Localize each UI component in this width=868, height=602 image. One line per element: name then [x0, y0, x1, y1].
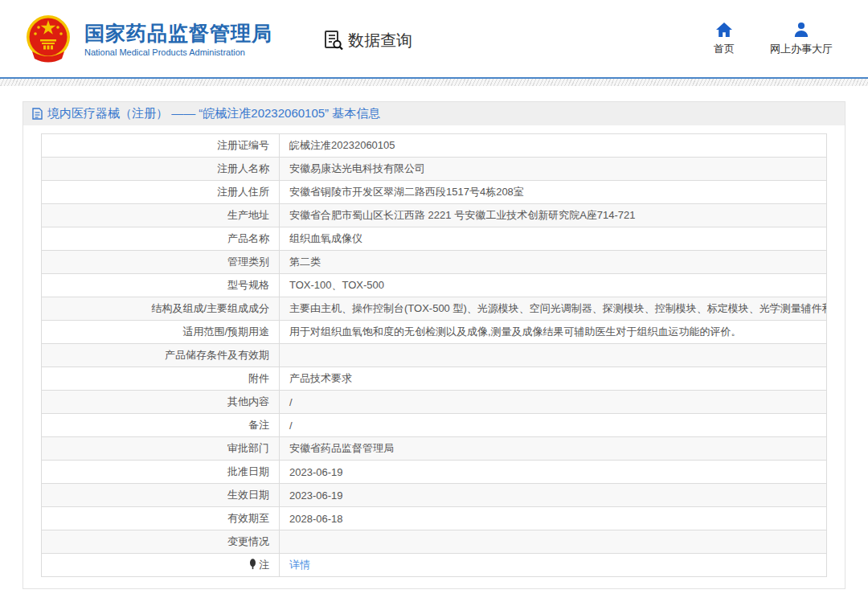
row-value-text: 2028-06-18: [289, 513, 343, 525]
nav-item-home[interactable]: 首页: [714, 22, 735, 56]
row-label: 注册人住所: [42, 181, 280, 204]
row-value: 产品技术要求: [280, 367, 827, 391]
row-label: 管理类别: [42, 251, 280, 274]
row-label-text: 适用范围/预期用途: [182, 326, 269, 338]
table-row: 附件产品技术要求: [42, 367, 827, 391]
table-row: 注详情: [42, 554, 827, 577]
row-label-text: 产品名称: [227, 232, 269, 244]
row-label: 注册证编号: [42, 134, 280, 158]
table-row: 生效日期2023-06-19: [42, 484, 827, 507]
row-value: 第二类: [280, 251, 827, 274]
row-label: 批准日期: [42, 461, 280, 484]
row-value: /: [280, 414, 827, 437]
row-label-text: 批准日期: [227, 465, 269, 477]
page-icon: [32, 108, 43, 120]
row-value: 安徽省药品监督管理局: [280, 437, 827, 461]
row-value-text: 主要由主机、操作控制台(TOX-500 型)、光源模块、空间光调制器、探测模块、…: [289, 302, 827, 314]
row-label-text: 审批部门: [227, 442, 269, 454]
row-value: 2023-06-19: [280, 484, 827, 507]
row-label: 其他内容: [42, 391, 280, 414]
table-row: 型号规格TOX-100、TOX-500: [42, 274, 827, 297]
row-label-text: 结构及组成/主要组成成分: [151, 302, 269, 314]
data-query-section: 数据查询: [322, 29, 412, 51]
nav-label-home: 首页: [714, 42, 735, 56]
row-value-text: 安徽省铜陵市开发区翠湖二路西段1517号4栋208室: [289, 186, 524, 198]
row-label: 产品储存条件及有效期: [42, 344, 280, 367]
top-nav: 首页 网上办事大厅: [714, 22, 833, 56]
row-value: [280, 344, 827, 367]
row-value: [280, 530, 827, 554]
page-header: 国家药品监督管理局 National Medical Products Admi…: [0, 0, 868, 77]
note-icon: [249, 559, 256, 570]
nav-item-service-hall[interactable]: 网上办事大厅: [770, 22, 833, 56]
page-title: 境内医疗器械（注册） —— “皖械注准20232060105” 基本信息: [47, 106, 380, 121]
table-row: 生产地址安徽省合肥市蜀山区长江西路 2221 号安徽工业技术创新研究院A座714…: [42, 204, 827, 227]
table-row: 适用范围/预期用途用于对组织血氧饱和度的无创检测以及成像,测量及成像结果可辅助医…: [42, 321, 827, 344]
header-hatch-band: [0, 79, 868, 86]
detail-link[interactable]: 详情: [289, 559, 310, 571]
row-label: 生效日期: [42, 484, 280, 507]
table-row: 有效期至2028-06-18: [42, 507, 827, 530]
row-label: 附件: [42, 367, 280, 391]
row-label-text: 变更情况: [227, 535, 269, 547]
table-row: 注册证编号皖械注准20232060105: [42, 134, 827, 158]
row-value-text: 产品技术要求: [289, 372, 352, 384]
row-value: 安徽易康达光电科技有限公司: [280, 158, 827, 181]
row-value: /: [280, 391, 827, 414]
table-row: 产品储存条件及有效期: [42, 344, 827, 367]
row-value: 详情: [280, 554, 827, 577]
nmpa-brand: 国家药品监督管理局 National Medical Products Admi…: [23, 13, 272, 64]
nav-label-service-hall: 网上办事大厅: [770, 42, 833, 56]
home-icon: [715, 22, 733, 38]
row-value: 组织血氧成像仪: [280, 227, 827, 251]
row-value-text: 用于对组织血氧饱和度的无创检测以及成像,测量及成像结果可辅助医生对于组织血运功能…: [289, 326, 742, 338]
table-row: 结构及组成/主要组成成分主要由主机、操作控制台(TOX-500 型)、光源模块、…: [42, 297, 827, 321]
row-value-text: 皖械注准20232060105: [289, 139, 395, 151]
row-label: 变更情况: [42, 530, 280, 554]
row-label-text: 产品储存条件及有效期: [165, 349, 269, 361]
row-value-text: 安徽省药品监督管理局: [289, 442, 394, 454]
row-value-text: 安徽易康达光电科技有限公司: [289, 162, 425, 174]
table-row: 注册人住所安徽省铜陵市开发区翠湖二路西段1517号4栋208室: [42, 181, 827, 204]
row-label-text: 其他内容: [227, 395, 269, 407]
row-label: 审批部门: [42, 437, 280, 461]
result-panel: 境内医疗器械（注册） —— “皖械注准20232060105” 基本信息 注册证…: [23, 101, 845, 589]
row-value-text: 安徽省合肥市蜀山区长江西路 2221 号安徽工业技术创新研究院A座714-721: [289, 209, 636, 221]
row-value: 2028-06-18: [280, 507, 827, 530]
user-icon: [792, 22, 810, 38]
row-label-text: 注册人名称: [217, 162, 269, 174]
row-value: 主要由主机、操作控制台(TOX-500 型)、光源模块、空间光调制器、探测模块、…: [280, 297, 827, 321]
row-label-text: 注册人住所: [217, 186, 269, 198]
row-label-text: 型号规格: [227, 279, 269, 291]
brand-text: 国家药品监督管理局 National Medical Products Admi…: [84, 21, 272, 57]
row-label: 结构及组成/主要组成成分: [42, 297, 280, 321]
row-label-text: 附件: [248, 372, 269, 384]
table-row: 管理类别第二类: [42, 251, 827, 274]
row-value: 安徽省合肥市蜀山区长江西路 2221 号安徽工业技术创新研究院A座714-721: [280, 204, 827, 227]
national-emblem-logo: [23, 13, 74, 64]
row-value-text: /: [289, 420, 293, 432]
row-label-text: 管理类别: [227, 256, 269, 268]
table-row: 产品名称组织血氧成像仪: [42, 227, 827, 251]
row-label: 型号规格: [42, 274, 280, 297]
row-value: TOX-100、TOX-500: [280, 274, 827, 297]
row-value: 用于对组织血氧饱和度的无创检测以及成像,测量及成像结果可辅助医生对于组织血运功能…: [280, 321, 827, 344]
row-value-text: 组织血氧成像仪: [289, 232, 362, 244]
row-label-text: 注册证编号: [217, 139, 269, 151]
table-wrap: 注册证编号皖械注准20232060105注册人名称安徽易康达光电科技有限公司注册…: [23, 125, 845, 588]
document-search-icon: [322, 29, 345, 51]
row-label: 注册人名称: [42, 158, 280, 181]
org-name-en: National Medical Products Administration: [84, 47, 272, 57]
row-value: 2023-06-19: [280, 461, 827, 484]
row-label: 有效期至: [42, 507, 280, 530]
row-label: 适用范围/预期用途: [42, 321, 280, 344]
row-label: 生产地址: [42, 204, 280, 227]
panel-title-bar: 境内医疗器械（注册） —— “皖械注准20232060105” 基本信息: [23, 102, 845, 125]
row-label: 产品名称: [42, 227, 280, 251]
row-label: 备注: [42, 414, 280, 437]
table-row: 注册人名称安徽易康达光电科技有限公司: [42, 158, 827, 181]
table-row: 审批部门安徽省药品监督管理局: [42, 437, 827, 461]
table-row: 备注/: [42, 414, 827, 437]
row-label-text: 生产地址: [227, 209, 269, 221]
row-label: 注: [42, 554, 280, 577]
